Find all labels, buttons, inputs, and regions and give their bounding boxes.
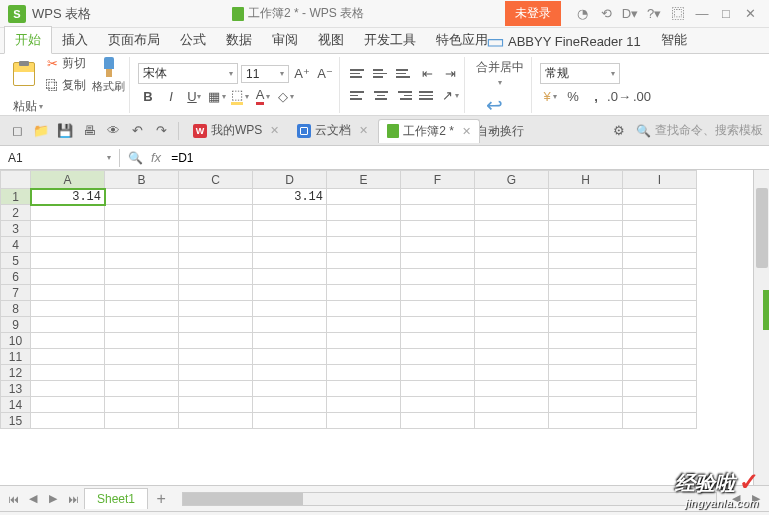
row-header-1[interactable]: 1: [1, 189, 31, 205]
help-icon[interactable]: ?▾: [643, 3, 665, 25]
column-header-B[interactable]: B: [105, 171, 179, 189]
cell-F6[interactable]: [401, 269, 475, 285]
cell-C11[interactable]: [179, 349, 253, 365]
cell-H12[interactable]: [549, 365, 623, 381]
cell-G13[interactable]: [475, 381, 549, 397]
percent-button[interactable]: %: [563, 86, 583, 106]
cell-H3[interactable]: [549, 221, 623, 237]
cell-E11[interactable]: [327, 349, 401, 365]
cell-B13[interactable]: [105, 381, 179, 397]
currency-button[interactable]: ¥: [540, 86, 560, 106]
menu-review[interactable]: 审阅: [262, 27, 308, 53]
cell-E4[interactable]: [327, 237, 401, 253]
cell-G4[interactable]: [475, 237, 549, 253]
sheet-nav-next-icon[interactable]: ▶: [44, 490, 62, 508]
font-size-select[interactable]: 11▾: [241, 65, 289, 83]
skin-icon[interactable]: ◔: [571, 3, 593, 25]
settings-icon[interactable]: ⚙: [608, 120, 630, 142]
row-header-7[interactable]: 7: [1, 285, 31, 301]
devices-icon[interactable]: D▾: [619, 3, 641, 25]
cell-G2[interactable]: [475, 205, 549, 221]
align-middle-icon[interactable]: [371, 64, 391, 84]
side-panel-handle[interactable]: [763, 290, 769, 330]
cell-B14[interactable]: [105, 397, 179, 413]
cell-B7[interactable]: [105, 285, 179, 301]
bold-button[interactable]: B: [138, 86, 158, 106]
cell-I5[interactable]: [623, 253, 697, 269]
command-search[interactable]: 🔍 查找命令、搜索模板: [636, 122, 763, 139]
cell-F8[interactable]: [401, 301, 475, 317]
row-header-2[interactable]: 2: [1, 205, 31, 221]
cell-H13[interactable]: [549, 381, 623, 397]
cell-F10[interactable]: [401, 333, 475, 349]
cell-I9[interactable]: [623, 317, 697, 333]
preview-icon[interactable]: 👁: [102, 120, 124, 142]
cell-B11[interactable]: [105, 349, 179, 365]
fx-icon[interactable]: fx: [151, 150, 161, 165]
font-color-button[interactable]: A: [253, 86, 273, 106]
cell-B15[interactable]: [105, 413, 179, 429]
cell-B10[interactable]: [105, 333, 179, 349]
decrease-font-icon[interactable]: A⁻: [315, 64, 335, 84]
cell-H2[interactable]: [549, 205, 623, 221]
cell-A5[interactable]: [31, 253, 105, 269]
cell-A7[interactable]: [31, 285, 105, 301]
cell-E7[interactable]: [327, 285, 401, 301]
row-header-12[interactable]: 12: [1, 365, 31, 381]
align-top-icon[interactable]: [348, 64, 368, 84]
column-header-G[interactable]: G: [475, 171, 549, 189]
cell-C5[interactable]: [179, 253, 253, 269]
cell-I7[interactable]: [623, 285, 697, 301]
cell-C15[interactable]: [179, 413, 253, 429]
redo-icon[interactable]: ↷: [150, 120, 172, 142]
cell-I4[interactable]: [623, 237, 697, 253]
row-header-5[interactable]: 5: [1, 253, 31, 269]
cell-G6[interactable]: [475, 269, 549, 285]
cell-G15[interactable]: [475, 413, 549, 429]
column-header-D[interactable]: D: [253, 171, 327, 189]
cell-D3[interactable]: [253, 221, 327, 237]
cell-D14[interactable]: [253, 397, 327, 413]
cell-E8[interactable]: [327, 301, 401, 317]
cut-button[interactable]: ✂剪切: [41, 53, 89, 74]
cell-A11[interactable]: [31, 349, 105, 365]
cell-A2[interactable]: [31, 205, 105, 221]
cell-G14[interactable]: [475, 397, 549, 413]
cell-F9[interactable]: [401, 317, 475, 333]
save-icon[interactable]: 💾: [54, 120, 76, 142]
cell-D10[interactable]: [253, 333, 327, 349]
cell-D7[interactable]: [253, 285, 327, 301]
close-icon[interactable]: ✕: [739, 3, 761, 25]
row-header-14[interactable]: 14: [1, 397, 31, 413]
cell-C9[interactable]: [179, 317, 253, 333]
cell-B12[interactable]: [105, 365, 179, 381]
ribbon-toggle-icon[interactable]: ⿴: [667, 3, 689, 25]
cell-C14[interactable]: [179, 397, 253, 413]
cell-H8[interactable]: [549, 301, 623, 317]
login-button[interactable]: 未登录: [505, 1, 561, 26]
cell-A8[interactable]: [31, 301, 105, 317]
number-format-select[interactable]: 常规▾: [540, 63, 620, 84]
sheet-tab-active[interactable]: Sheet1: [84, 488, 148, 509]
cell-C8[interactable]: [179, 301, 253, 317]
add-tab-icon[interactable]: +: [482, 120, 504, 142]
cell-I6[interactable]: [623, 269, 697, 285]
open-icon[interactable]: 📁: [30, 120, 52, 142]
cell-F1[interactable]: [401, 189, 475, 205]
row-header-9[interactable]: 9: [1, 317, 31, 333]
sheet-nav-first-icon[interactable]: ⏮: [4, 490, 22, 508]
column-header-E[interactable]: E: [327, 171, 401, 189]
minimize-icon[interactable]: —: [691, 3, 713, 25]
cell-I1[interactable]: [623, 189, 697, 205]
cell-A14[interactable]: [31, 397, 105, 413]
cell-E5[interactable]: [327, 253, 401, 269]
tab-cloud[interactable]: 云文档✕: [289, 119, 376, 142]
cell-H11[interactable]: [549, 349, 623, 365]
row-header-10[interactable]: 10: [1, 333, 31, 349]
orientation-icon[interactable]: ↗: [440, 86, 460, 106]
cell-D1[interactable]: 3.14: [253, 189, 327, 205]
cell-F5[interactable]: [401, 253, 475, 269]
print-icon[interactable]: 🖶: [78, 120, 100, 142]
row-header-13[interactable]: 13: [1, 381, 31, 397]
cell-E10[interactable]: [327, 333, 401, 349]
